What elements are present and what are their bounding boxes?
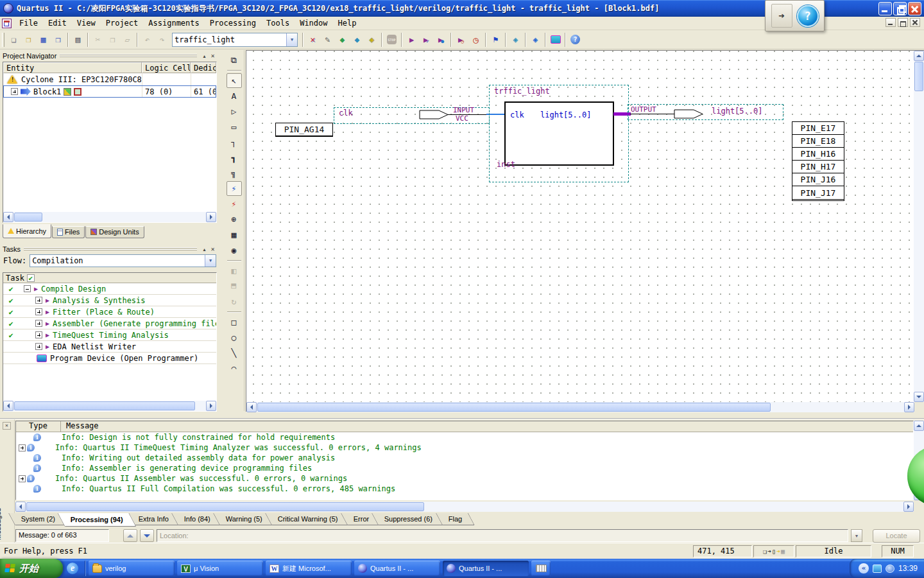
open-file-button[interactable]: ❐ bbox=[21, 33, 36, 47]
internet-explorer-icon[interactable]: e bbox=[67, 563, 78, 574]
message-row[interactable]: i Info: Quartus II Full Compilation was … bbox=[16, 484, 913, 494]
chip-planner-button[interactable]: ◈ bbox=[364, 33, 379, 47]
message-row[interactable]: i Info: Design is not fully constrained … bbox=[16, 432, 913, 442]
panel-grip[interactable] bbox=[24, 247, 197, 250]
column-dedicated[interactable]: Dedic bbox=[191, 62, 216, 73]
scroll-thumb[interactable] bbox=[14, 213, 42, 222]
task-row[interactable]: ✔ Program Device (Open Programmer) bbox=[3, 353, 216, 364]
tab-design-units[interactable]: Design Units bbox=[85, 226, 144, 238]
scroll-down-button[interactable] bbox=[914, 392, 924, 402]
tab-flag[interactable]: Flag bbox=[436, 513, 475, 525]
messages-hscrollbar[interactable] bbox=[15, 502, 914, 512]
mdi-restore-button[interactable] bbox=[898, 18, 908, 27]
taskbar-item-word[interactable]: W 新建 Microsof... bbox=[266, 561, 352, 576]
combo-dropdown-button[interactable]: ▼ bbox=[286, 33, 297, 46]
output-wire[interactable] bbox=[630, 114, 675, 114]
close-panel-icon[interactable]: ✕ bbox=[209, 245, 217, 253]
chevron-down-icon[interactable]: ▼ bbox=[205, 255, 216, 267]
taskbar-item-quartus-1[interactable]: Quartus II - ... bbox=[354, 561, 440, 576]
flip-vertical-tool[interactable]: ◧ bbox=[227, 279, 241, 294]
symbol-tool[interactable]: ▷ bbox=[227, 104, 242, 119]
message-row[interactable]: i Info: Quartus II TimeQuest Timing Anal… bbox=[16, 442, 913, 453]
task-row[interactable]: ✔ ▶ TimeQuest Timing Analysis bbox=[3, 329, 216, 341]
copy-button[interactable]: ❐ bbox=[105, 33, 120, 47]
stop-button[interactable]: STOP bbox=[384, 33, 399, 47]
detach-toolbar-icon[interactable]: ⧉ bbox=[227, 53, 242, 67]
output-pin-stack[interactable]: PIN_E17 PIN_E18 PIN_H16 PIN_H17 PIN_J16 … bbox=[792, 121, 844, 201]
undo-button[interactable]: ↶ bbox=[140, 33, 155, 47]
scroll-thumb[interactable] bbox=[257, 403, 771, 412]
close-messages-icon[interactable]: ✕ bbox=[3, 422, 11, 430]
tab-files[interactable]: Files bbox=[52, 226, 85, 238]
timequest-button[interactable]: ◷ bbox=[468, 33, 483, 47]
scroll-right-button[interactable] bbox=[904, 402, 914, 412]
editor-hscrollbar[interactable] bbox=[246, 402, 914, 412]
report-button[interactable]: ◈ bbox=[508, 33, 523, 47]
scroll-right-button[interactable] bbox=[206, 212, 216, 222]
waveform-editor-button[interactable]: ◈ bbox=[528, 33, 543, 47]
selection-tool[interactable]: ↖ bbox=[227, 73, 242, 88]
line-tool[interactable]: ╲ bbox=[227, 346, 242, 360]
tree-row-device[interactable]: Cyclone III: EP3C120F780C8 bbox=[3, 73, 216, 85]
redo-button[interactable]: ↷ bbox=[155, 33, 169, 47]
menu-assignments[interactable]: Assignments bbox=[143, 17, 204, 29]
ellipse-tool[interactable]: ○ bbox=[227, 330, 242, 345]
pin-planner-button[interactable]: ◆ bbox=[335, 33, 350, 47]
navigator-hscrollbar[interactable] bbox=[3, 212, 216, 222]
scroll-left-button[interactable] bbox=[3, 401, 13, 411]
taskbar-item-uvision[interactable]: V μ Vision bbox=[177, 561, 263, 576]
minimize-button[interactable] bbox=[878, 2, 892, 15]
location-field[interactable]: Location: bbox=[157, 529, 848, 542]
menu-tools[interactable]: Tools bbox=[261, 17, 295, 29]
pin-location-label[interactable]: PIN_E17 bbox=[792, 122, 844, 135]
tab-suppressed[interactable]: Suppressed (6) bbox=[372, 513, 445, 525]
start-analysis-button[interactable]: ▶✓ bbox=[419, 33, 434, 47]
column-logic-cells[interactable]: Logic Cells bbox=[142, 62, 191, 73]
menu-processing[interactable]: Processing bbox=[205, 17, 261, 29]
menu-window[interactable]: Window bbox=[295, 17, 332, 29]
start-compilation-button[interactable]: ▶ bbox=[404, 33, 419, 47]
text-tool[interactable]: A bbox=[227, 89, 242, 103]
expand-plus-icon[interactable] bbox=[19, 444, 26, 451]
location-dropdown-button[interactable]: ▼ bbox=[851, 529, 862, 542]
timing-analyzer-button[interactable]: ▶◷ bbox=[454, 33, 468, 47]
zoom-tool[interactable]: ⊕ bbox=[227, 212, 242, 227]
previous-message-button[interactable] bbox=[123, 529, 137, 542]
task-row[interactable]: ✔ ▶ Compile Design bbox=[3, 283, 216, 295]
new-file-button[interactable]: ❏ bbox=[6, 33, 21, 47]
panel-grip[interactable] bbox=[60, 54, 197, 57]
paste-button[interactable]: ▱ bbox=[120, 33, 135, 47]
scroll-up-button[interactable] bbox=[914, 51, 924, 61]
project-combo-input[interactable] bbox=[173, 34, 286, 46]
scroll-thumb[interactable] bbox=[26, 502, 424, 511]
tab-hierarchy[interactable]: Hierarchy bbox=[3, 224, 51, 238]
menu-project[interactable]: Project bbox=[101, 17, 144, 29]
programmer-button[interactable] bbox=[548, 33, 563, 47]
pin-location-label[interactable]: PIN_H16 bbox=[792, 148, 844, 161]
expand-plus-icon[interactable] bbox=[35, 343, 42, 350]
toolbar-grip[interactable] bbox=[2, 33, 4, 47]
taskbar-item-quartus-2[interactable]: Quartus II - ... bbox=[443, 561, 529, 576]
tab-processing[interactable]: Processing (94) bbox=[58, 513, 137, 527]
help-button[interactable]: ? bbox=[797, 5, 819, 27]
orthogonal-node-tool[interactable]: ┐ bbox=[227, 135, 242, 150]
tray-status-icon[interactable] bbox=[886, 565, 894, 573]
close-button[interactable] bbox=[908, 2, 921, 15]
pin-location-label[interactable]: PIN_J17 bbox=[792, 186, 844, 199]
rectangle-tool[interactable]: □ bbox=[227, 315, 242, 329]
find-tool[interactable]: ◉ bbox=[227, 243, 242, 258]
task-row[interactable]: ✔ ▶ Analysis & Synthesis bbox=[3, 295, 216, 306]
tab-critical-warning[interactable]: Critical Warning (5) bbox=[265, 513, 351, 525]
scroll-left-button[interactable] bbox=[15, 502, 26, 512]
collapse-panel-icon[interactable]: ▴ bbox=[200, 52, 209, 60]
collapse-minus-icon[interactable] bbox=[24, 285, 31, 292]
save-button[interactable]: ▦ bbox=[36, 33, 51, 47]
menu-file[interactable]: File bbox=[14, 17, 43, 29]
scroll-thumb[interactable] bbox=[914, 62, 923, 91]
next-message-button[interactable] bbox=[140, 529, 154, 542]
print-button[interactable]: ▤ bbox=[71, 33, 85, 47]
assignment-editor-button[interactable]: ✎ bbox=[320, 33, 335, 47]
expand-plus-icon[interactable] bbox=[35, 308, 42, 315]
close-panel-icon[interactable]: ✕ bbox=[209, 52, 217, 60]
block-tool[interactable]: ▭ bbox=[227, 119, 242, 134]
